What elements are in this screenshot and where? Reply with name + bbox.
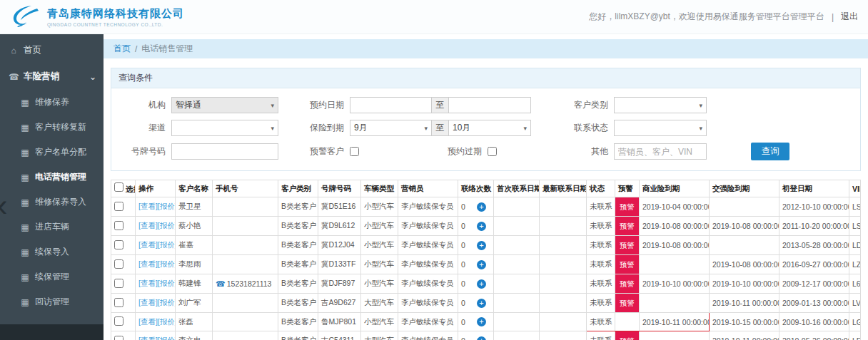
- vehicle-type: 大型汽车: [361, 331, 398, 340]
- view-link[interactable]: [查看]: [138, 336, 158, 340]
- view-link[interactable]: [查看]: [138, 317, 158, 326]
- row-checkbox[interactable]: [114, 221, 123, 230]
- status-text: 未联系: [587, 217, 615, 236]
- table-row: [查看][报价] 李文忠 ☎ B类老客户 吉C54311 大型汽车 李卢敏续保专…: [111, 331, 861, 340]
- insurance-due-to-select[interactable]: 10月 ▾: [449, 120, 531, 136]
- row-checkbox[interactable]: [114, 259, 123, 269]
- sidebar-submenu-label: 续保管理: [35, 271, 69, 283]
- quote-link[interactable]: [报价]: [158, 279, 176, 287]
- status-text: 未联系: [587, 313, 615, 331]
- biz-insurance-due: [640, 331, 710, 340]
- sidebar-group-insurance-marketing[interactable]: ☎ 车险营销 ⌄: [0, 63, 104, 90]
- vehicle-type: 小型汽车: [361, 274, 398, 294]
- quote-link[interactable]: [报价]: [158, 240, 176, 249]
- agent-name: 李卢敏续保专员: [398, 197, 458, 217]
- table-header-row: 选择 操作 客户名称 手机号 客户类别 号牌号码 车辆类型 营销员 联络次数 首…: [111, 180, 861, 197]
- quote-link[interactable]: [报价]: [158, 221, 176, 230]
- sidebar-submenu-label: 电话营销管理: [35, 171, 86, 183]
- quote-link[interactable]: [报价]: [158, 259, 176, 268]
- registration-date: 2009-12-17 00:00:00: [779, 274, 849, 294]
- query-panel-title: 查询条件: [111, 68, 860, 88]
- phone-icon: ☎: [9, 72, 19, 82]
- warn-badge: 预警: [615, 255, 639, 274]
- first-contact-date: [494, 331, 540, 340]
- channel-select[interactable]: ▾: [171, 120, 278, 136]
- sidebar-submenu-item[interactable]: ▦ 进店车辆: [0, 215, 104, 239]
- appoint-date-to-input[interactable]: [449, 97, 531, 113]
- cust-type-label: 客户类别: [558, 99, 608, 111]
- sidebar-submenu-item[interactable]: ▦ 回访管理: [0, 289, 104, 314]
- customer-type: B类老客户: [278, 236, 318, 255]
- quote-link[interactable]: [报价]: [158, 298, 176, 306]
- sidebar-submenu-label: 客户名单分配: [35, 146, 86, 158]
- main-content: 首页 / 电话销售管理 查询条件 机构 智择通 ▾ 预约日期: [104, 34, 868, 340]
- add-contact-icon[interactable]: +: [477, 222, 486, 231]
- add-contact-icon[interactable]: +: [477, 317, 486, 326]
- logout-link[interactable]: 退出: [841, 11, 858, 23]
- customer-type: B类老客户: [278, 274, 318, 294]
- cust-type-select[interactable]: ▾: [614, 97, 707, 113]
- warn-badge: 预警: [615, 197, 639, 216]
- contact-count: 0: [461, 336, 465, 340]
- sidebar-submenu-item[interactable]: ▦ 客户名单分配: [0, 140, 104, 165]
- quote-link[interactable]: [报价]: [158, 202, 176, 210]
- sidebar-submenu-item[interactable]: ▦ 续保管理: [0, 264, 104, 289]
- sidebar-collapse-icon[interactable]: ‹: [0, 190, 8, 221]
- company-name-en: QINGDAO COUNTNET TECHNOLOGY CO.,LTD.: [47, 22, 184, 27]
- search-button[interactable]: 查询: [751, 143, 789, 160]
- customer-type: B类老客户: [278, 331, 318, 340]
- insurance-due-from-select[interactable]: 9月 ▾: [350, 120, 432, 136]
- sidebar-submenu-item[interactable]: ▦ 维修保养导入: [0, 190, 104, 215]
- add-contact-icon[interactable]: +: [477, 336, 486, 340]
- contact-count: 0: [461, 260, 465, 269]
- appoint-date-from-input[interactable]: [350, 97, 432, 113]
- view-link[interactable]: [查看]: [138, 221, 158, 230]
- view-link[interactable]: [查看]: [138, 259, 158, 268]
- sidebar-submenu-item[interactable]: ▦ 维修保养: [0, 90, 104, 115]
- keyword-input[interactable]: [614, 143, 707, 160]
- quote-link[interactable]: [报价]: [158, 336, 176, 340]
- sidebar-submenu-item[interactable]: ▦ 续保导入: [0, 239, 104, 264]
- add-contact-icon[interactable]: +: [477, 260, 486, 269]
- warn-customer-checkbox[interactable]: [350, 147, 359, 156]
- org-select[interactable]: 智择通 ▾: [171, 97, 278, 113]
- view-link[interactable]: [查看]: [138, 202, 158, 210]
- add-contact-icon[interactable]: +: [477, 299, 486, 308]
- col-status: 状态: [587, 180, 615, 197]
- view-link[interactable]: [查看]: [138, 279, 158, 287]
- add-contact-icon[interactable]: +: [477, 279, 486, 289]
- sidebar-submenu-item[interactable]: ▦ 电话营销管理: [0, 165, 104, 190]
- row-checkbox[interactable]: [114, 240, 123, 249]
- select-all-checkbox[interactable]: [114, 182, 123, 192]
- plate-label: 号牌号码: [116, 145, 166, 158]
- chevron-down-icon: ▾: [699, 102, 702, 109]
- row-checkbox[interactable]: [114, 316, 123, 326]
- sidebar-item-home[interactable]: ⌂ 首页: [0, 37, 104, 63]
- plate-input[interactable]: [171, 143, 278, 160]
- table-row: [查看][报价] 蔡小艳 ☎ B类老客户 冀D9L612 小型汽车 李卢敏续保专…: [111, 217, 861, 236]
- org-label: 机构: [116, 99, 166, 111]
- row-checkbox[interactable]: [114, 336, 123, 340]
- first-contact-date: [494, 197, 540, 217]
- traffic-insurance-due: 2019-10-11 00:00:00: [710, 294, 779, 313]
- quote-link[interactable]: [报价]: [158, 317, 176, 326]
- row-checkbox[interactable]: [114, 298, 123, 307]
- appoint-expired-checkbox[interactable]: [488, 147, 497, 156]
- sidebar-submenu-item[interactable]: ▦ 客户转移复新: [0, 115, 104, 140]
- plate-number: 冀D51E16: [318, 197, 361, 217]
- add-contact-icon[interactable]: +: [477, 241, 486, 250]
- logo: 青岛康特网络科技有限公司 QINGDAO COUNTNET TECHNOLOGY…: [10, 4, 184, 30]
- vin-number: LDNM45GZ4C0016040: [849, 236, 861, 255]
- breadcrumb-home-link[interactable]: 首页: [113, 43, 131, 55]
- contact-count: 0: [461, 222, 465, 230]
- view-link[interactable]: [查看]: [138, 298, 158, 306]
- row-checkbox[interactable]: [114, 279, 123, 288]
- top-bar: 青岛康特网络科技有限公司 QINGDAO COUNTNET TECHNOLOGY…: [0, 0, 868, 34]
- traffic-insurance-due: [710, 236, 779, 255]
- add-contact-icon[interactable]: +: [477, 202, 486, 212]
- plate-number: 鲁MJP801: [318, 313, 361, 331]
- view-link[interactable]: [查看]: [138, 240, 158, 249]
- table-row: [查看][报价] 刘广军 ☎ B类老客户 吉A9D627 大型汽车 李卢敏续保专…: [111, 294, 861, 313]
- contact-status-select[interactable]: ▾: [614, 120, 707, 136]
- row-checkbox[interactable]: [114, 202, 123, 211]
